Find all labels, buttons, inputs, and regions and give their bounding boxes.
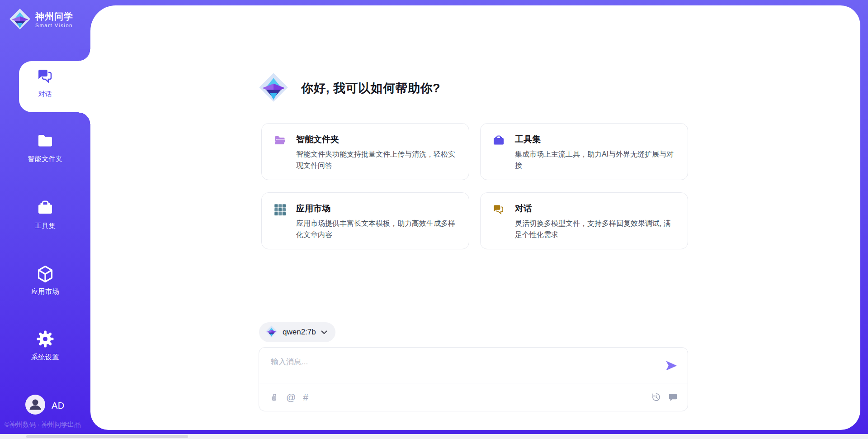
brand-subtitle: Smart Vision	[35, 23, 73, 29]
chat-icon	[36, 67, 54, 87]
diamond-logo-icon	[9, 8, 31, 32]
sidebar-item-app-market[interactable]: 应用市场	[0, 264, 90, 296]
brand: 神州问学 Smart Vision	[9, 8, 73, 32]
card-chat[interactable]: 对话 灵活切换多模型文件，支持多样回复效果调试, 满足个性化需求	[480, 192, 688, 249]
card-toolset[interactable]: 工具集 集成市场上主流工具，助力AI与外界无缝扩展与对接	[480, 123, 688, 180]
paperclip-icon[interactable]	[269, 392, 279, 402]
avatar	[25, 395, 45, 416]
card-description: 集成市场上主流工具，助力AI与外界无缝扩展与对接	[515, 148, 676, 171]
tab-fillet-bottom	[79, 112, 90, 124]
user-profile[interactable]: AD	[0, 395, 90, 416]
horizontal-scrollbar	[0, 434, 868, 439]
card-title: 应用市场	[296, 203, 457, 215]
folder-open-icon	[274, 134, 286, 148]
feature-cards: 智能文件夹 智能文件夹功能支持批量文件上传与清洗，轻松实现文件问答 工具集 集成…	[261, 123, 688, 249]
sidebar-item-smart-folder[interactable]: 智能文件夹	[0, 132, 90, 163]
composer: @ #	[259, 347, 688, 411]
greeting: 你好, 我可以如何帮助你?	[259, 72, 440, 104]
card-description: 应用市场提供丰富长文本模板，助力高效生成多样化文章内容	[296, 218, 457, 240]
scrollbar-thumb[interactable]	[26, 435, 188, 438]
sidebar-item-toolset[interactable]: 工具集	[0, 199, 90, 230]
toolbox-icon	[36, 199, 54, 219]
tab-fillet-top	[79, 49, 90, 61]
sidebar: 神州问学 Smart Vision 对话 智能文件夹	[0, 0, 90, 439]
grid-icon	[274, 203, 286, 218]
message-input[interactable]	[270, 356, 651, 381]
sidebar-item-label: 应用市场	[31, 287, 59, 296]
app-background: 神州问学 Smart Vision 对话 智能文件夹	[0, 0, 868, 439]
card-title: 智能文件夹	[296, 134, 457, 145]
user-name: AD	[52, 401, 65, 411]
sidebar-item-label: 系统设置	[31, 353, 59, 362]
card-description: 智能文件夹功能支持批量文件上传与清洗，轻松实现文件问答	[296, 148, 457, 171]
diamond-logo-icon	[259, 72, 288, 104]
sidebar-item-label: 对话	[38, 90, 52, 99]
gear-icon	[36, 330, 54, 350]
hash-icon[interactable]: #	[303, 392, 308, 402]
card-smart-folder[interactable]: 智能文件夹 智能文件夹功能支持批量文件上传与清洗，轻松实现文件问答	[261, 123, 469, 180]
greeting-title: 你好, 我可以如何帮助你?	[301, 80, 440, 96]
at-icon[interactable]: @	[286, 392, 296, 402]
send-icon	[665, 359, 678, 372]
copyright: ©神州数码 · 神州问学出品	[5, 420, 90, 429]
sidebar-item-chat[interactable]: 对话	[0, 67, 90, 99]
brand-title: 神州问学	[35, 11, 73, 21]
cube-icon	[36, 264, 54, 284]
card-description: 灵活切换多模型文件，支持多样回复效果调试, 满足个性化需求	[515, 218, 676, 240]
card-app-market[interactable]: 应用市场 应用市场提供丰富长文本模板，助力高效生成多样化文章内容	[261, 192, 469, 249]
chevron-down-icon	[321, 328, 327, 336]
history-icon[interactable]	[651, 392, 661, 402]
sidebar-item-label: 智能文件夹	[28, 155, 63, 163]
chat-bubbles-icon	[492, 203, 505, 218]
composer-toolbar: @ #	[259, 383, 688, 411]
diamond-logo-icon	[265, 325, 278, 339]
card-title: 工具集	[515, 134, 676, 145]
send-button[interactable]	[665, 359, 678, 372]
sidebar-item-settings[interactable]: 系统设置	[0, 330, 90, 362]
card-title: 对话	[515, 203, 676, 215]
sidebar-item-label: 工具集	[35, 222, 56, 230]
folder-icon	[36, 132, 54, 152]
model-selector[interactable]: qwen2:7b	[259, 322, 335, 342]
toolbox-icon	[492, 134, 505, 148]
model-name: qwen2:7b	[283, 328, 316, 337]
user-icon	[33, 400, 38, 406]
chat-bubble-icon[interactable]	[668, 392, 678, 402]
